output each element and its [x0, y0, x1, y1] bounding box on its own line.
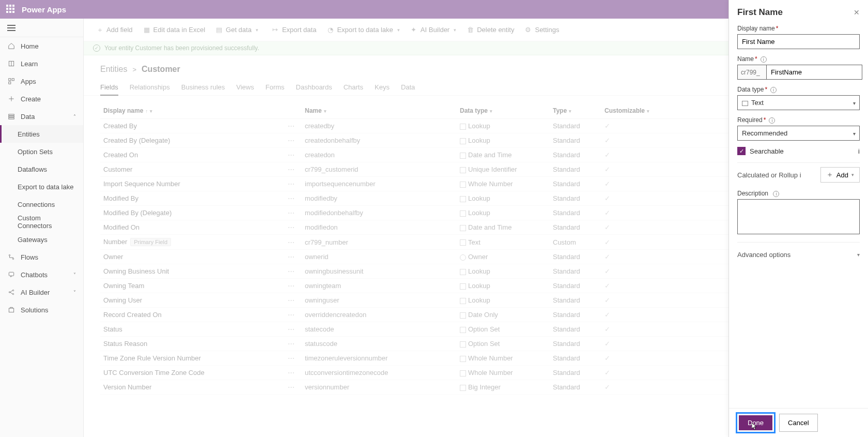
- data-type-select[interactable]: Text: [737, 95, 860, 110]
- sidebar-item-entities[interactable]: Entities: [0, 125, 83, 143]
- edit-excel-button[interactable]: ▦Edit data in Excel: [140, 24, 208, 36]
- svg-rect-4: [9, 82, 11, 84]
- row-more-button[interactable]: ⋯: [281, 380, 302, 395]
- name-prefix-input[interactable]: [737, 65, 766, 80]
- export-lake-button[interactable]: ◔Export to data lake▾: [323, 24, 402, 36]
- waffle-icon[interactable]: [6, 5, 16, 14]
- sidebar-icon: [7, 95, 16, 103]
- sidebar-item-data[interactable]: Data˄: [0, 108, 83, 125]
- row-more-button[interactable]: ⋯: [281, 293, 302, 308]
- row-more-button[interactable]: ⋯: [281, 177, 302, 191]
- col-name[interactable]: Name▾: [302, 103, 457, 119]
- tab-data[interactable]: Data: [401, 79, 415, 95]
- sidebar-item-export-to-data-lake[interactable]: Export to data lake: [0, 178, 83, 195]
- datatype-icon: [460, 283, 466, 290]
- row-more-button[interactable]: ⋯: [281, 133, 302, 148]
- sidebar-item-apps[interactable]: Apps: [0, 72, 83, 90]
- cell-display-name: Record Created On: [100, 308, 281, 322]
- sidebar-item-home[interactable]: Home: [0, 37, 83, 55]
- cancel-button[interactable]: Cancel: [779, 414, 817, 432]
- row-more-button[interactable]: ⋯: [281, 206, 302, 220]
- sidebar-item-connections[interactable]: Connections: [0, 195, 83, 213]
- export-data-button[interactable]: ↦Export data: [269, 24, 320, 36]
- chevron-down-icon: ▾: [397, 27, 400, 33]
- cell-type: Standard: [550, 177, 601, 191]
- sidebar-item-label: Gateways: [18, 236, 48, 244]
- row-more-button[interactable]: ⋯: [281, 191, 302, 206]
- sidebar-item-dataflows[interactable]: Dataflows: [0, 160, 83, 178]
- add-button[interactable]: ＋Add▾: [820, 167, 860, 183]
- export-icon: ↦: [272, 26, 279, 34]
- sidebar-item-custom-connectors[interactable]: Custom Connectors: [0, 213, 83, 231]
- tab-charts[interactable]: Charts: [344, 79, 363, 95]
- row-more-button[interactable]: ⋯: [281, 337, 302, 351]
- tab-relationships[interactable]: Relationships: [130, 79, 170, 95]
- info-icon[interactable]: i: [761, 56, 767, 63]
- cell-type: Standard: [550, 351, 601, 366]
- cell-display-name: Owning User: [100, 293, 281, 308]
- datatype-icon: [460, 239, 466, 246]
- description-textarea[interactable]: [737, 199, 860, 234]
- sidebar-item-flows[interactable]: Flows: [0, 248, 83, 266]
- col-type[interactable]: Type▾: [550, 103, 601, 119]
- sidebar-item-chatbots[interactable]: Chatbots˅: [0, 266, 83, 283]
- sidebar-item-gateways[interactable]: Gateways: [0, 231, 83, 248]
- row-more-button[interactable]: ⋯: [281, 366, 302, 380]
- display-name-input[interactable]: [737, 34, 860, 49]
- hamburger-icon[interactable]: [7, 25, 16, 31]
- info-icon[interactable]: i: [858, 147, 860, 155]
- ai-builder-button[interactable]: ✦AI Builder▾: [407, 24, 459, 36]
- searchable-checkbox[interactable]: ✓: [737, 147, 746, 155]
- row-more-button[interactable]: ⋯: [281, 264, 302, 279]
- check-icon: ✓: [605, 340, 610, 348]
- close-icon[interactable]: ✕: [854, 8, 860, 17]
- settings-button[interactable]: ⚙Settings: [521, 24, 562, 36]
- add-field-button[interactable]: ＋Add field: [93, 24, 136, 36]
- col-display-name[interactable]: Display name↑▾: [100, 103, 281, 119]
- row-more-button[interactable]: ⋯: [281, 119, 302, 133]
- sidebar-header: [0, 19, 83, 37]
- svg-point-13: [9, 292, 10, 293]
- sidebar-item-ai-builder[interactable]: AI Builder˅: [0, 283, 83, 301]
- advanced-options-toggle[interactable]: Advanced options ▾: [737, 247, 860, 263]
- svg-rect-2: [9, 79, 11, 81]
- tab-fields[interactable]: Fields: [100, 79, 118, 95]
- tab-forms[interactable]: Forms: [266, 79, 285, 95]
- cell-display-name: Time Zone Rule Version Number: [100, 351, 281, 366]
- row-more-button[interactable]: ⋯: [281, 220, 302, 235]
- banner-text: Your entity Customer has been provisione…: [104, 44, 259, 52]
- cell-display-name: NumberPrimary Field: [100, 235, 281, 250]
- tab-dashboards[interactable]: Dashboards: [296, 79, 332, 95]
- row-more-button[interactable]: ⋯: [281, 235, 302, 250]
- sidebar-item-create[interactable]: Create: [0, 90, 83, 108]
- tab-keys[interactable]: Keys: [375, 79, 390, 95]
- row-more-button[interactable]: ⋯: [281, 308, 302, 322]
- info-icon[interactable]: i: [773, 191, 779, 197]
- cell-type: Standard: [550, 206, 601, 220]
- row-more-button[interactable]: ⋯: [281, 279, 302, 293]
- row-more-button[interactable]: ⋯: [281, 250, 302, 264]
- sidebar-item-solutions[interactable]: Solutions: [0, 301, 83, 319]
- cell-display-name: Owner: [100, 250, 281, 264]
- breadcrumb-root[interactable]: Entities: [100, 65, 127, 74]
- name-input[interactable]: [766, 65, 862, 80]
- row-more-button[interactable]: ⋯: [281, 162, 302, 177]
- row-more-button[interactable]: ⋯: [281, 148, 302, 162]
- info-icon[interactable]: i: [769, 117, 775, 124]
- row-more-button[interactable]: ⋯: [281, 351, 302, 366]
- sidebar-item-learn[interactable]: Learn: [0, 55, 83, 72]
- tab-views[interactable]: Views: [236, 79, 254, 95]
- datatype-icon: [460, 298, 466, 304]
- delete-entity-button[interactable]: 🗑Delete entity: [463, 24, 517, 36]
- required-select[interactable]: Recommended: [737, 126, 860, 141]
- info-icon[interactable]: i: [800, 171, 801, 179]
- sidebar-item-option-sets[interactable]: Option Sets: [0, 143, 83, 160]
- info-icon[interactable]: i: [770, 87, 777, 93]
- row-more-button[interactable]: ⋯: [281, 322, 302, 337]
- done-button[interactable]: Done: [739, 415, 772, 430]
- col-data-type[interactable]: Data type▾: [457, 103, 550, 119]
- description-label: Description i: [737, 190, 860, 197]
- check-icon: ✓: [605, 253, 610, 261]
- tab-business-rules[interactable]: Business rules: [181, 79, 225, 95]
- get-data-button[interactable]: ▤Get data▾: [212, 24, 261, 36]
